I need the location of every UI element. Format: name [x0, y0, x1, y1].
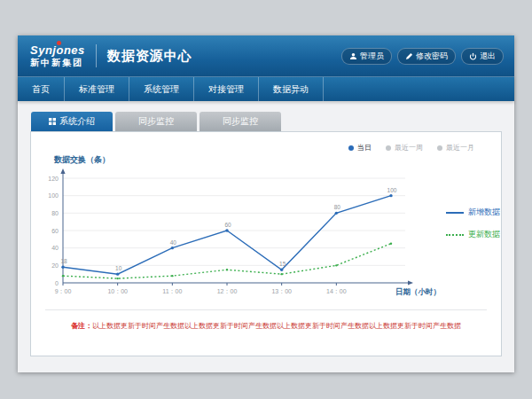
- nav-item-integration-mgmt[interactable]: 对接管理: [194, 77, 259, 101]
- svg-text:60: 60: [224, 222, 231, 228]
- svg-text:40: 40: [51, 245, 59, 251]
- svg-text:60: 60: [51, 228, 59, 234]
- svg-text:14：00: 14：00: [326, 288, 347, 294]
- nav-item-data-change[interactable]: 数据异动: [259, 77, 324, 101]
- svg-text:0: 0: [55, 280, 59, 286]
- nav-item-standard-mgmt[interactable]: 标准管理: [65, 77, 129, 101]
- legend-dot-last-month: [437, 145, 442, 151]
- power-icon: [469, 52, 477, 60]
- nav-item-home[interactable]: 首页: [18, 77, 65, 101]
- desktop-background: Synjones 新中新集团 数据资源中心 管理员 修改密码 退出: [0, 0, 532, 399]
- line-chart: 0204060801001209：0010：0011：0012：0013：001…: [36, 166, 444, 306]
- svg-text:11：00: 11：00: [162, 288, 182, 294]
- svg-text:日期（小时）: 日期（小时）: [395, 287, 441, 296]
- svg-text:10：00: 10：00: [107, 288, 128, 294]
- time-range-legend: 当日 最近一周 最近一月: [31, 132, 501, 153]
- content-area: 系统介绍 同步监控 同步监控 当日 最近一周: [18, 101, 514, 372]
- change-password-label: 修改密码: [416, 51, 448, 62]
- user-icon: [349, 52, 357, 60]
- svg-text:40: 40: [170, 239, 177, 246]
- admin-button-label: 管理员: [360, 51, 384, 62]
- tab-label: 同步监控: [223, 115, 258, 128]
- tab-bar: 系统介绍 同步监控 同步监控: [31, 112, 502, 131]
- legend-label-last-week: 最近一周: [395, 143, 423, 153]
- admin-button[interactable]: 管理员: [341, 48, 392, 65]
- legend-today[interactable]: 当日: [348, 143, 372, 153]
- svg-text:120: 120: [48, 176, 59, 182]
- logo-text-en: Synjones: [30, 44, 85, 56]
- legend-dot-today: [348, 145, 354, 151]
- chart-panel: 当日 最近一周 最近一月 数据交换（条） 0204060801001209：00…: [30, 131, 502, 356]
- app-title: 数据资源中心: [107, 48, 192, 65]
- series-new-data[interactable]: 新增数据: [446, 207, 500, 218]
- svg-text:12：00: 12：00: [217, 288, 238, 294]
- logout-label: 退出: [480, 51, 496, 62]
- logo: Synjones 新中新集团: [30, 44, 85, 67]
- divider: [45, 309, 487, 310]
- logout-button[interactable]: 退出: [461, 48, 504, 65]
- svg-text:18: 18: [60, 258, 67, 264]
- legend-last-week[interactable]: 最近一周: [386, 143, 423, 153]
- legend-label-today: 当日: [357, 143, 372, 153]
- header-divider: [96, 44, 97, 67]
- svg-text:10: 10: [115, 265, 122, 271]
- tab-system-intro[interactable]: 系统介绍: [31, 112, 113, 131]
- svg-text:80: 80: [334, 204, 341, 210]
- chart-row: 0204060801001209：0010：0011：0012：0013：001…: [31, 166, 501, 306]
- logo-text-cn: 新中新集团: [30, 59, 85, 67]
- legend-dot-last-week: [386, 145, 391, 151]
- line-sample-dotted: [446, 234, 464, 236]
- footnote-label: 备注：: [71, 322, 92, 330]
- tab-sync-monitor-1[interactable]: 同步监控: [115, 112, 197, 131]
- series-label-new: 新增数据: [468, 207, 500, 218]
- series-legend: 新增数据 更新数据: [446, 207, 500, 306]
- series-updated-data[interactable]: 更新数据: [446, 229, 500, 240]
- footnote: 备注：以上数据更新于时间产生数据以上数据更新于时间产生数据以上数据更新于时间产生…: [31, 321, 501, 331]
- svg-text:9：00: 9：00: [55, 288, 72, 294]
- svg-text:13：00: 13：00: [271, 288, 292, 294]
- header: Synjones 新中新集团 数据资源中心 管理员 修改密码 退出: [18, 35, 514, 76]
- grid-icon: [49, 118, 56, 125]
- legend-label-last-month: 最近一月: [446, 143, 474, 153]
- legend-last-month[interactable]: 最近一月: [437, 143, 474, 153]
- main-nav: 首页 标准管理 系统管理 对接管理 数据异动: [18, 76, 514, 101]
- svg-text:80: 80: [51, 210, 59, 216]
- svg-text:20: 20: [51, 262, 59, 269]
- y-axis-title: 数据交换（条）: [54, 154, 501, 166]
- logo-accent-dot: [57, 41, 61, 45]
- line-sample-solid: [446, 212, 464, 214]
- change-password-button[interactable]: 修改密码: [397, 48, 456, 65]
- app-window: Synjones 新中新集团 数据资源中心 管理员 修改密码 退出: [18, 35, 514, 372]
- svg-text:100: 100: [387, 187, 397, 193]
- footnote-text: 以上数据更新于时间产生数据以上数据更新于时间产生数据以上数据更新于时间产生数据以…: [92, 322, 461, 330]
- svg-text:100: 100: [48, 192, 59, 199]
- tab-sync-monitor-2[interactable]: 同步监控: [200, 112, 281, 131]
- svg-text:15: 15: [279, 261, 286, 267]
- header-actions: 管理员 修改密码 退出: [341, 48, 504, 65]
- edit-icon: [405, 52, 413, 60]
- nav-item-system-mgmt[interactable]: 系统管理: [129, 77, 194, 101]
- series-label-updated: 更新数据: [468, 229, 500, 240]
- tab-label: 同步监控: [138, 115, 174, 128]
- tab-label: 系统介绍: [59, 115, 95, 128]
